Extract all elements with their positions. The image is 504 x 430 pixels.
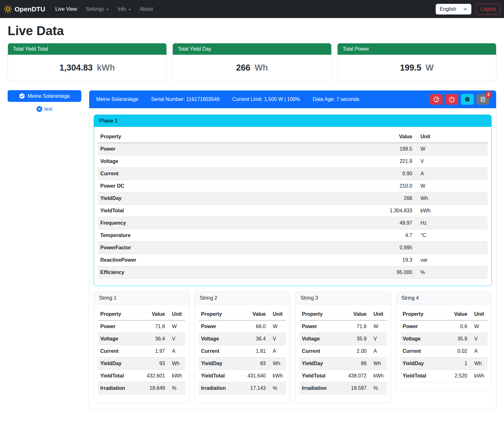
sidebar-item-label: test — [44, 106, 53, 112]
nav-item-live-view[interactable]: Live View — [51, 4, 81, 15]
table-cell: 35.9 — [339, 333, 369, 345]
event-log-button[interactable]: 2 — [476, 94, 489, 105]
table-row: Voltage36.4V — [199, 333, 286, 345]
cpu-icon — [464, 96, 470, 103]
table-cell: % — [369, 382, 387, 395]
sidebar-item-test[interactable]: test — [8, 106, 81, 112]
table-cell: 1.97 — [137, 345, 168, 358]
card-value: 266 — [236, 63, 250, 72]
table-cell: YieldDay — [400, 358, 443, 370]
table-row: Current0.02A — [400, 345, 488, 358]
limit-settings-button[interactable] — [430, 94, 443, 105]
column-header: Unit — [268, 308, 286, 321]
string-4-card: String 4 Property Value Unit — [396, 292, 492, 391]
column-header: Property — [199, 308, 238, 321]
table-cell: Wh — [470, 358, 488, 370]
table-cell: 4.7 — [287, 229, 415, 242]
table-header-row: Property Value Unit — [98, 308, 185, 321]
table-cell: 431.640 — [238, 370, 268, 382]
table-row: YieldTotal432.601kWh — [98, 370, 185, 382]
table-cell: 19.3 — [287, 254, 415, 266]
column-header: Property — [98, 131, 287, 143]
sidebar-item-label: Meine Solaranlage — [28, 93, 70, 99]
brand[interactable]: OpenDTU — [4, 5, 45, 13]
table-row: Power199.5W — [98, 143, 488, 155]
table-cell: ReactivePower — [98, 254, 287, 266]
table-cell: YieldDay — [98, 358, 137, 370]
page-title: Live Data — [8, 24, 496, 38]
card-title: Total Power — [338, 43, 496, 55]
table-row: PowerFactor0.995 — [98, 242, 488, 254]
table-cell: 17.143 — [238, 382, 268, 395]
table-cell: Irradiation — [299, 382, 339, 395]
table-cell: 1.81 — [238, 345, 268, 358]
x-circle-icon — [36, 106, 42, 112]
sidebar-item-meine-solaranlage[interactable]: Meine Solaranlage — [8, 90, 81, 102]
nav-item-about[interactable]: About — [135, 4, 158, 15]
card-unit: Wh — [255, 63, 268, 72]
table-cell: A — [369, 345, 387, 358]
table-cell: Hz — [415, 217, 488, 229]
table-row: Voltage35.9V — [400, 333, 488, 345]
table-cell: kWh — [369, 370, 387, 382]
table-cell: 35.9 — [443, 333, 470, 345]
table-row: ReactivePower19.3var — [98, 254, 488, 266]
table-cell: Irradiation — [199, 382, 238, 395]
table-cell: 89 — [339, 358, 369, 370]
string-title: String 4 — [396, 292, 492, 304]
inverter-sidebar: Meine Solaranlage test — [8, 90, 81, 112]
table-cell: V — [470, 333, 488, 345]
table-row: Irradiation18.597% — [299, 382, 387, 395]
language-select[interactable]: English — [436, 4, 471, 15]
table-cell: kWh — [415, 205, 488, 217]
table-cell: V — [268, 333, 286, 345]
table-cell: W — [415, 143, 488, 155]
table-cell: Current — [98, 168, 287, 180]
card-unit: kWh — [97, 63, 115, 72]
nav-item-settings[interactable]: Settings — [81, 4, 113, 15]
data-age: Data Age: 7 seconds — [313, 97, 359, 102]
table-header-row: Property Value Unit — [299, 308, 387, 321]
table-row: Efficiency95.000% — [98, 266, 488, 279]
inverter-panel-header: Meine Solaranlage Serial Number: 1161716… — [89, 90, 496, 108]
logout-button[interactable]: Logout — [476, 4, 500, 15]
table-cell: A — [168, 345, 185, 358]
table-cell: W — [369, 321, 387, 333]
table-cell: Power — [98, 321, 137, 333]
string-1-card: String 1 Property Value Unit — [94, 292, 190, 403]
table-cell: 221.9 — [287, 155, 415, 168]
table-cell: Voltage — [299, 333, 339, 345]
table-cell: 266 — [287, 192, 415, 205]
table-cell: °C — [415, 229, 488, 242]
table-cell: W — [470, 321, 488, 333]
table-cell: 2.00 — [339, 345, 369, 358]
table-row: Irradiation18.649% — [98, 382, 185, 395]
power-button[interactable] — [445, 94, 458, 105]
language-value: English — [440, 6, 456, 12]
table-row: YieldTotal438.072kWh — [299, 370, 387, 382]
table-cell: 2.520 — [443, 370, 470, 382]
table-row: Voltage221.9V — [98, 155, 488, 168]
power-icon — [449, 96, 455, 103]
table-row: Current0.90A — [98, 168, 488, 180]
device-info-button[interactable] — [461, 94, 474, 105]
column-header: Property — [299, 308, 339, 321]
table-cell: 0.02 — [443, 345, 470, 358]
table-cell: kWh — [168, 370, 185, 382]
table-cell: W — [415, 180, 488, 192]
table-cell: PowerFactor — [98, 242, 287, 254]
table-row: Current1.81A — [199, 345, 286, 358]
table-cell: Wh — [369, 358, 387, 370]
table-row: YieldDay89Wh — [299, 358, 387, 370]
column-header: Property — [400, 308, 443, 321]
column-header: Property — [98, 308, 137, 321]
string-1-table: Property Value Unit Power71.8WVoltage36.… — [98, 308, 185, 395]
table-cell: var — [415, 254, 488, 266]
table-cell: YieldTotal — [299, 370, 339, 382]
table-row: YieldTotal431.640kWh — [199, 370, 286, 382]
table-row: Temperature4.7°C — [98, 229, 488, 242]
table-cell: Power DC — [98, 180, 287, 192]
nav-item-info[interactable]: Info — [113, 4, 135, 15]
total-yield-total-card: Total Yield Total 1,304.83 kWh — [8, 43, 167, 81]
column-header: Value — [443, 308, 470, 321]
